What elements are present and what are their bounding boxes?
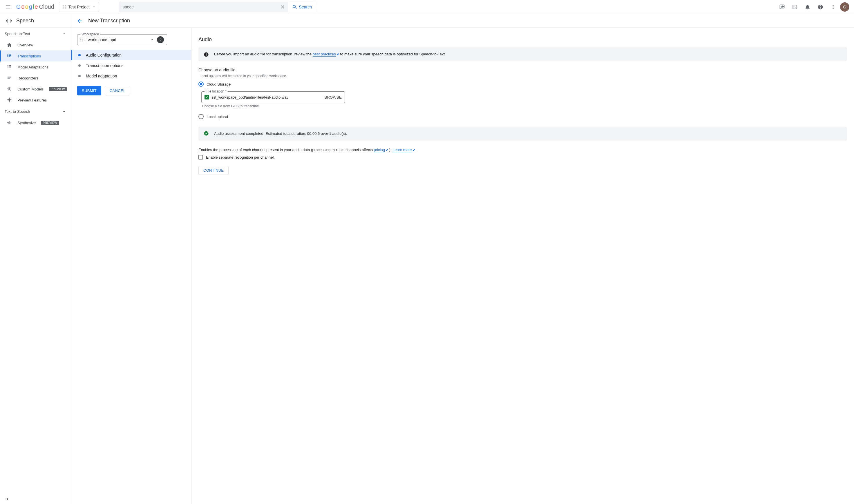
product-title: Speech xyxy=(0,14,71,28)
sidebar-item-overview[interactable]: Overview xyxy=(0,39,71,51)
search-bar: Search xyxy=(119,2,316,12)
svg-point-5 xyxy=(7,87,11,91)
sidebar-item-label: Custom Models xyxy=(17,87,43,91)
step-dot-icon xyxy=(78,75,81,77)
checkbox-icon[interactable] xyxy=(198,155,203,160)
external-link-icon: ⬈ xyxy=(412,148,415,152)
search-button[interactable]: Search xyxy=(288,2,316,12)
step-transcription-options[interactable]: Transcription options xyxy=(71,60,191,71)
stepper-column: Workspace sst_workspace_ppd ? Audio Conf… xyxy=(71,28,192,504)
project-icon xyxy=(62,5,66,9)
more-options-button[interactable] xyxy=(827,1,839,13)
continue-button[interactable]: CONTINUE xyxy=(198,166,229,175)
chevron-down-icon xyxy=(92,5,96,9)
step-audio-config[interactable]: Audio Configuration xyxy=(71,50,191,60)
file-helper-text: Choose a file from GCS to transcribe. xyxy=(202,104,847,108)
google-cloud-logo[interactable]: Google Cloud xyxy=(16,3,54,10)
page-title: New Transcription xyxy=(88,18,130,24)
assessment-text: Audio assessment completed. Estimated to… xyxy=(214,131,347,137)
svg-point-7 xyxy=(204,131,209,136)
ai-chat-button[interactable] xyxy=(776,1,788,13)
info-text: to make sure your speech data is optimiz… xyxy=(339,52,446,56)
file-field-label: File location * xyxy=(204,89,228,93)
radio-local-upload[interactable]: Local upload xyxy=(198,113,847,120)
top-right-actions: G xyxy=(776,1,852,13)
project-picker[interactable]: Test Project xyxy=(59,2,99,12)
svg-point-2 xyxy=(63,7,64,8)
radio-icon xyxy=(198,114,203,119)
choose-audio-heading: Choose an audio file xyxy=(198,68,847,72)
preview-badge: PREVIEW xyxy=(41,121,59,125)
sidebar-item-label: Overview xyxy=(17,43,33,47)
radio-label: Local upload xyxy=(207,114,228,119)
radio-icon xyxy=(198,82,203,87)
svg-point-4 xyxy=(9,88,10,90)
chevron-up-icon xyxy=(62,31,67,36)
info-icon xyxy=(203,52,209,57)
sidebar-item-label: Model Adaptations xyxy=(17,65,49,69)
bell-icon xyxy=(805,4,811,10)
top-navigation-bar: Google Cloud Test Project Search G xyxy=(0,0,854,14)
step-dot-icon xyxy=(78,54,81,56)
step-model-adaptation[interactable]: Model adaptation xyxy=(71,71,191,81)
hamburger-icon xyxy=(5,4,11,10)
checkbox-label: Enable separate recognition per channel. xyxy=(206,155,275,160)
radio-label: Cloud Storage xyxy=(207,82,231,86)
choose-audio-hint: Local uploads will be stored in your spe… xyxy=(198,74,847,78)
sidebar-item-label: Synthesize xyxy=(17,121,36,125)
search-input[interactable] xyxy=(119,2,278,12)
workspace-select[interactable]: Workspace sst_workspace_ppd ? xyxy=(77,34,167,45)
more-vert-icon xyxy=(830,4,836,10)
submit-button[interactable]: SUBMIT xyxy=(77,86,101,95)
project-name: Test Project xyxy=(69,5,90,9)
help-button[interactable] xyxy=(815,1,826,13)
pricing-link[interactable]: pricing xyxy=(374,148,385,152)
user-avatar[interactable]: G xyxy=(840,2,849,12)
sidebar-item-custom-models[interactable]: Custom Models PREVIEW xyxy=(0,84,71,94)
sidebar-item-preview-features[interactable]: Preview Features xyxy=(0,94,71,106)
sidebar-item-recognizers[interactable]: Recognizers xyxy=(0,72,71,84)
section-heading: Audio xyxy=(198,37,847,43)
search-clear-button[interactable] xyxy=(278,2,288,12)
preview-badge: PREVIEW xyxy=(49,87,67,91)
chevron-down-icon xyxy=(150,37,155,42)
transcription-icon xyxy=(7,53,12,58)
step-label: Transcription options xyxy=(86,63,123,68)
browse-button[interactable]: BROWSE xyxy=(324,95,342,100)
success-icon xyxy=(203,131,209,136)
close-icon xyxy=(280,4,285,10)
search-button-label: Search xyxy=(299,5,312,9)
preview-icon xyxy=(7,97,12,103)
notifications-button[interactable] xyxy=(802,1,813,13)
separate-channel-checkbox-row[interactable]: Enable separate recognition per channel. xyxy=(198,155,847,160)
sidebar-section-stt[interactable]: Speech-to-Text xyxy=(0,28,71,39)
arrow-back-icon xyxy=(76,18,83,24)
recognizer-icon xyxy=(7,75,12,80)
chevron-up-icon xyxy=(62,109,67,114)
file-location-field: File location * ✓ sst_workspace_ppd/audi… xyxy=(201,91,345,103)
chevron-left-icon xyxy=(5,497,10,502)
workspace-value: sst_workspace_ppd xyxy=(81,37,116,42)
best-practices-link[interactable]: best practices xyxy=(313,52,336,57)
collapse-sidebar-button[interactable] xyxy=(5,497,10,502)
learn-more-link[interactable]: Learn more xyxy=(392,148,412,152)
step-label: Model adaptation xyxy=(86,74,117,78)
file-location-value: sst_workspace_ppd/audio-files/test-audio… xyxy=(212,95,288,100)
logo-suffix: Cloud xyxy=(39,3,54,10)
cancel-button[interactable]: CANCEL xyxy=(105,86,130,95)
external-link-icon: ⬈ xyxy=(386,148,388,152)
svg-point-3 xyxy=(65,7,66,8)
workspace-help-button[interactable]: ? xyxy=(157,36,164,43)
check-icon: ✓ xyxy=(204,95,209,100)
sidebar-item-model-adaptations[interactable]: Model Adaptations xyxy=(0,61,71,72)
sidebar-item-synthesize[interactable]: Synthesize PREVIEW xyxy=(0,117,71,128)
radio-cloud-storage[interactable]: Cloud Storage xyxy=(198,80,847,88)
sidebar-item-transcriptions[interactable]: Transcriptions xyxy=(0,51,71,61)
sidebar-section-tts[interactable]: Text-to-Speech xyxy=(0,106,71,117)
cloud-shell-button[interactable] xyxy=(789,1,801,13)
hamburger-menu-button[interactable] xyxy=(2,1,14,13)
adaptation-icon xyxy=(7,65,12,70)
step-dot-icon xyxy=(78,65,81,67)
back-button[interactable] xyxy=(76,18,83,24)
workspace-field-label: Workspace xyxy=(81,32,100,36)
